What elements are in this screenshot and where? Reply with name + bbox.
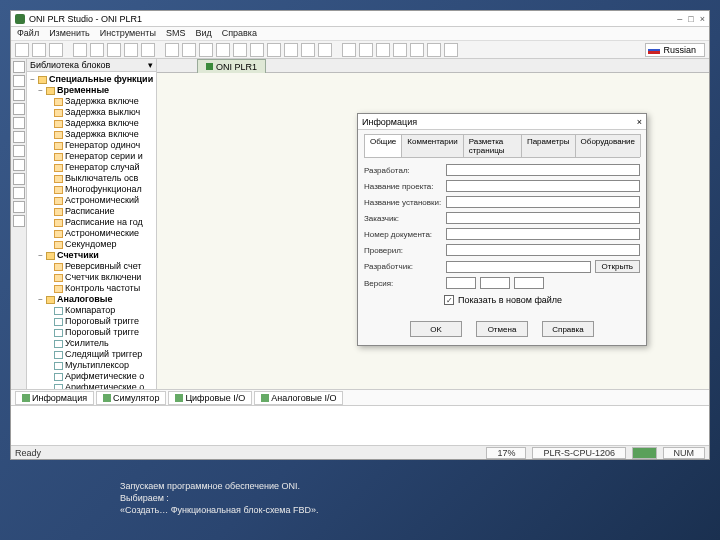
- btab-sim[interactable]: Симулятор: [96, 391, 166, 405]
- tree-item[interactable]: Многофункционал: [29, 184, 154, 195]
- menu-tools[interactable]: Инструменты: [100, 28, 156, 39]
- tree-item[interactable]: Следящий триггер: [29, 349, 154, 360]
- tool-f-icon[interactable]: [301, 43, 315, 57]
- dialog-close-button[interactable]: ×: [637, 117, 642, 127]
- menu-sms[interactable]: SMS: [166, 28, 186, 39]
- show-newfile-checkbox[interactable]: ✓Показать в новом файле: [444, 295, 640, 305]
- input-customer[interactable]: [446, 212, 640, 224]
- tool-b-icon[interactable]: [233, 43, 247, 57]
- tool-m-icon[interactable]: [427, 43, 441, 57]
- btab-info[interactable]: Информация: [15, 391, 94, 405]
- input-docnum[interactable]: [446, 228, 640, 240]
- close-button[interactable]: ×: [700, 14, 705, 24]
- tree-item[interactable]: Задержка включе: [29, 118, 154, 129]
- menu-view[interactable]: Вид: [195, 28, 211, 39]
- canvas[interactable]: Информация × Общие Комментарии Разметка …: [157, 73, 709, 389]
- menu-file[interactable]: Файл: [17, 28, 39, 39]
- help-button[interactable]: Справка: [542, 321, 594, 337]
- input-project[interactable]: [446, 180, 640, 192]
- tool-cut-icon[interactable]: [73, 43, 87, 57]
- tool-l-icon[interactable]: [410, 43, 424, 57]
- tool-n-icon[interactable]: [444, 43, 458, 57]
- ltool-wire-icon[interactable]: [13, 75, 25, 87]
- ok-button[interactable]: OK: [410, 321, 462, 337]
- ltool-i-icon[interactable]: [13, 215, 25, 227]
- minimize-button[interactable]: –: [677, 14, 682, 24]
- tree-item[interactable]: Пороговый тригге: [29, 327, 154, 338]
- tree-item[interactable]: Контроль частоты: [29, 283, 154, 294]
- tool-undo-icon[interactable]: [124, 43, 138, 57]
- tool-zoomout-icon[interactable]: [182, 43, 196, 57]
- tool-e-icon[interactable]: [284, 43, 298, 57]
- tool-new-icon[interactable]: [15, 43, 29, 57]
- tree-item[interactable]: Арифметические о: [29, 382, 154, 389]
- tree-item[interactable]: Компаратор: [29, 305, 154, 316]
- input-checked[interactable]: [446, 244, 640, 256]
- tree-group-analog[interactable]: Аналоговые: [57, 294, 112, 305]
- ltool-g-icon[interactable]: [13, 187, 25, 199]
- tab-layout[interactable]: Разметка страницы: [463, 134, 522, 157]
- tool-i-icon[interactable]: [359, 43, 373, 57]
- tool-save-icon[interactable]: [49, 43, 63, 57]
- maximize-button[interactable]: □: [688, 14, 693, 24]
- tree-item[interactable]: Расписание: [29, 206, 154, 217]
- ltool-d-icon[interactable]: [13, 145, 25, 157]
- ltool-a-icon[interactable]: [13, 103, 25, 115]
- menu-edit[interactable]: Изменить: [49, 28, 90, 39]
- tree-item[interactable]: Мультиплексор: [29, 360, 154, 371]
- input-ver2[interactable]: [480, 277, 510, 289]
- tool-j-icon[interactable]: [376, 43, 390, 57]
- tool-copy-icon[interactable]: [90, 43, 104, 57]
- tree-item[interactable]: Расписание на год: [29, 217, 154, 228]
- tree-pin-icon[interactable]: ▾: [148, 60, 153, 70]
- btab-dio[interactable]: Цифровые I/O: [168, 391, 252, 405]
- tree-item[interactable]: Пороговый тригге: [29, 316, 154, 327]
- tool-g-icon[interactable]: [318, 43, 332, 57]
- tool-c-icon[interactable]: [250, 43, 264, 57]
- input-devby[interactable]: [446, 261, 591, 273]
- tool-zoomin-icon[interactable]: [165, 43, 179, 57]
- ltool-f-icon[interactable]: [13, 173, 25, 185]
- tree-item[interactable]: Выключатель осв: [29, 173, 154, 184]
- ltool-text-icon[interactable]: [13, 89, 25, 101]
- tree-item[interactable]: Задержка выключ: [29, 107, 154, 118]
- tree-group-time[interactable]: Временные: [57, 85, 109, 96]
- tab-comments[interactable]: Комментарии: [401, 134, 463, 157]
- tree-item[interactable]: Арифметические о: [29, 371, 154, 382]
- tree-item[interactable]: Реверсивный счет: [29, 261, 154, 272]
- tree-item[interactable]: Астрономические: [29, 228, 154, 239]
- tool-k-icon[interactable]: [393, 43, 407, 57]
- tool-paste-icon[interactable]: [107, 43, 121, 57]
- tool-h-icon[interactable]: [342, 43, 356, 57]
- tab-general[interactable]: Общие: [364, 134, 402, 157]
- input-ver1[interactable]: [446, 277, 476, 289]
- tree-root[interactable]: Специальные функции: [49, 74, 153, 85]
- tree-item[interactable]: Генератор одиноч: [29, 140, 154, 151]
- tree-item[interactable]: Генератор серии и: [29, 151, 154, 162]
- input-install[interactable]: [446, 196, 640, 208]
- tab-params[interactable]: Параметры: [521, 134, 576, 157]
- btab-aio[interactable]: Аналоговые I/O: [254, 391, 343, 405]
- tab-hardware[interactable]: Оборудование: [575, 134, 641, 157]
- tool-open-icon[interactable]: [32, 43, 46, 57]
- open-button[interactable]: Открыть: [595, 260, 640, 273]
- ltool-b-icon[interactable]: [13, 117, 25, 129]
- menu-help[interactable]: Справка: [222, 28, 257, 39]
- tree-item[interactable]: Задержка включе: [29, 96, 154, 107]
- tree-item[interactable]: Счетчик включени: [29, 272, 154, 283]
- tree-item[interactable]: Генератор случай: [29, 162, 154, 173]
- tool-grid-icon[interactable]: [199, 43, 213, 57]
- ltool-c-icon[interactable]: [13, 131, 25, 143]
- tool-d-icon[interactable]: [267, 43, 281, 57]
- ltool-h-icon[interactable]: [13, 201, 25, 213]
- input-ver3[interactable]: [514, 277, 544, 289]
- input-developed[interactable]: [446, 164, 640, 176]
- tree-item[interactable]: Астрономический: [29, 195, 154, 206]
- ltool-select-icon[interactable]: [13, 61, 25, 73]
- tree-item[interactable]: Секундомер: [29, 239, 154, 250]
- ltool-e-icon[interactable]: [13, 159, 25, 171]
- tree-item[interactable]: Усилитель: [29, 338, 154, 349]
- language-selector[interactable]: Russian: [645, 43, 705, 57]
- tree-item[interactable]: Задержка включе: [29, 129, 154, 140]
- tree-group-counters[interactable]: Счетчики: [57, 250, 99, 261]
